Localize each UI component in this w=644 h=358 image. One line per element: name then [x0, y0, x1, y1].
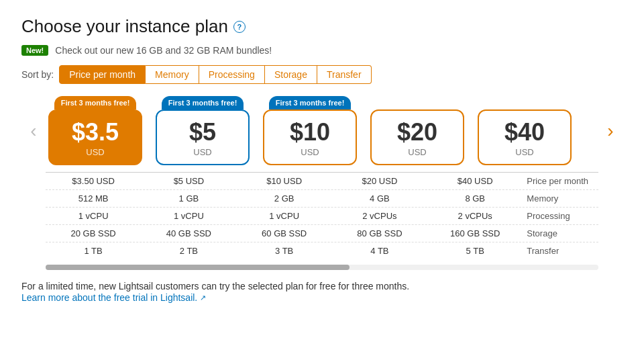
plans-area: ‹ First 3 months free!$3.5USDFirst 3 mon…: [21, 96, 623, 165]
table-row-label-4: Transfer: [523, 246, 598, 256]
table-cell-r2-c1: 1 vCPU: [141, 211, 236, 221]
plan-price-box-2[interactable]: $10USD: [263, 109, 357, 165]
table-cell-r3-c1: 40 GB SSD: [141, 228, 236, 238]
new-banner: New! Check out our new 16 GB and 32 GB R…: [21, 45, 623, 56]
table-row-label-3: Storage: [523, 228, 598, 238]
table-row-4: 1 TB2 TB3 TB4 TB5 TBTransfer: [46, 242, 598, 259]
plan-price-amount-3: $20: [377, 120, 458, 144]
plan-price-box-1[interactable]: $5USD: [156, 109, 250, 165]
table-cell-r4-c0: 1 TB: [46, 246, 141, 256]
sort-tab-processing[interactable]: Processing: [199, 65, 265, 84]
plan-usd-4: USD: [484, 147, 565, 157]
table-section: $3.50 USD$5 USD$10 USD$20 USD$40 USDPric…: [46, 172, 598, 259]
table-cell-r3-c2: 60 GB SSD: [237, 228, 332, 238]
plan-badge-1: First 3 months free!: [162, 96, 244, 109]
table-cell-r4-c1: 2 TB: [141, 246, 236, 256]
plan-usd-2: USD: [270, 147, 350, 157]
table-cell-r2-c2: 1 vCPU: [237, 211, 332, 221]
plan-badge-2: First 3 months free!: [269, 96, 352, 109]
plan-price-box-0[interactable]: $3.5USD: [48, 109, 142, 165]
plan-card-2: First 3 months free!$10USD: [260, 96, 360, 165]
sort-row: Sort by: Price per month Memory Processi…: [21, 65, 623, 84]
table-cell-r4-c3: 4 TB: [332, 246, 427, 256]
help-icon[interactable]: ?: [233, 21, 246, 33]
plan-usd-0: USD: [55, 147, 136, 157]
table-cell-r1-c1: 1 GB: [141, 193, 236, 204]
nav-right-arrow[interactable]: ›: [598, 120, 623, 142]
table-cell-r0-c4: $40 USD: [427, 176, 523, 186]
table-cell-r2-c3: 2 vCPUs: [332, 211, 427, 221]
scroll-thumb: [46, 265, 350, 270]
plan-price-amount-2: $10: [270, 120, 350, 144]
sort-tab-memory[interactable]: Memory: [146, 65, 199, 84]
table-cell-r0-c0: $3.50 USD: [46, 176, 141, 186]
sort-tab-storage[interactable]: Storage: [265, 65, 317, 84]
plan-usd-1: USD: [162, 147, 243, 157]
plan-price-amount-0: $3.5: [55, 120, 136, 144]
sort-by-label: Sort by:: [21, 69, 54, 80]
footer-text: For a limited time, new Lightsail custom…: [21, 281, 623, 292]
sort-tab-price[interactable]: Price per month: [59, 65, 146, 84]
plans-scroll: First 3 months free!$3.5USDFirst 3 month…: [46, 96, 598, 165]
sort-tab-transfer[interactable]: Transfer: [317, 65, 372, 84]
page-title-text: Choose your instance plan: [21, 16, 228, 37]
plan-price-box-4[interactable]: $40USD: [478, 109, 572, 165]
plan-card-1: First 3 months free!$5USD: [153, 96, 252, 165]
table-cell-r0-c2: $10 USD: [237, 176, 332, 186]
nav-left-arrow[interactable]: ‹: [21, 120, 46, 142]
plan-price-amount-4: $40: [484, 120, 565, 144]
table-cell-r4-c2: 3 TB: [237, 246, 332, 256]
plan-price-box-3[interactable]: $20USD: [370, 109, 464, 165]
table-cell-r1-c0: 512 MB: [46, 193, 141, 204]
footer: For a limited time, new Lightsail custom…: [21, 281, 623, 304]
new-badge: New!: [21, 45, 48, 56]
plan-price-amount-1: $5: [162, 120, 243, 144]
plan-usd-3: USD: [377, 147, 458, 157]
plan-card-3: placeholder$20USD: [368, 96, 467, 165]
table-cell-r2-c0: 1 vCPU: [46, 211, 141, 221]
table-row-2: 1 vCPU1 vCPU1 vCPU2 vCPUs2 vCPUsProcessi…: [46, 207, 598, 224]
table-row-label-0: Price per month: [523, 176, 598, 186]
external-link-icon: ↗: [200, 294, 206, 302]
table-cell-r1-c4: 8 GB: [427, 193, 523, 204]
footer-link-text: Learn more about the free trial in Light…: [21, 292, 197, 303]
table-cell-r3-c4: 160 GB SSD: [427, 228, 523, 238]
table-cell-r0-c1: $5 USD: [141, 176, 236, 186]
new-text: Check out our new 16 GB and 32 GB RAM bu…: [55, 45, 272, 56]
table-cell-r4-c4: 5 TB: [427, 246, 523, 256]
footer-link[interactable]: Learn more about the free trial in Light…: [21, 292, 206, 303]
table-row-3: 20 GB SSD40 GB SSD60 GB SSD80 GB SSD160 …: [46, 224, 598, 242]
table-cell-r0-c3: $20 USD: [332, 176, 427, 186]
plan-card-4: placeholder$40USD: [475, 96, 574, 165]
table-cell-r2-c4: 2 vCPUs: [427, 211, 523, 221]
sort-tabs: Price per month Memory Processing Storag…: [59, 65, 371, 84]
table-cell-r1-c2: 2 GB: [237, 193, 332, 204]
table-cell-r1-c3: 4 GB: [332, 193, 427, 204]
plan-badge-0: First 3 months free!: [54, 96, 137, 109]
table-row-label-1: Memory: [523, 193, 598, 204]
plan-card-0: First 3 months free!$3.5USD: [46, 96, 145, 165]
table-cell-r3-c0: 20 GB SSD: [46, 228, 141, 238]
table-row-0: $3.50 USD$5 USD$10 USD$20 USD$40 USDPric…: [46, 172, 598, 189]
scroll-track[interactable]: [46, 265, 598, 270]
table-cell-r3-c3: 80 GB SSD: [332, 228, 427, 238]
table-row-label-2: Processing: [523, 211, 598, 221]
page-title: Choose your instance plan ?: [21, 16, 623, 37]
table-row-1: 512 MB1 GB2 GB4 GB8 GBMemory: [46, 189, 598, 207]
